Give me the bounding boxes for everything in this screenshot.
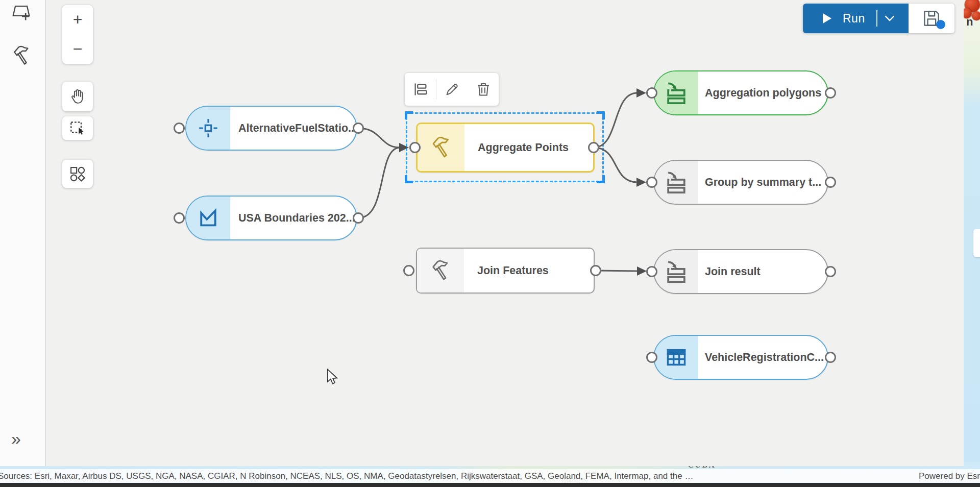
sidebar-expand-button[interactable]: » <box>11 429 19 449</box>
node-icon-section <box>654 250 698 293</box>
node-context-toolbar <box>405 73 499 106</box>
tools-hammer-icon[interactable] <box>10 44 33 69</box>
chevron-down-icon <box>885 15 895 21</box>
port-in[interactable] <box>174 123 185 134</box>
node-vehicle-registration[interactable]: VehicleRegistrationC... <box>653 335 828 380</box>
port-in[interactable] <box>646 87 657 99</box>
node-label: Join result <box>698 250 827 293</box>
port-in[interactable] <box>409 142 421 153</box>
run-button-label: Run <box>843 12 865 26</box>
tool-hammer-icon <box>429 135 453 160</box>
report-outline-icon <box>413 82 428 97</box>
table-icon <box>665 346 688 369</box>
node-label: Group by summary t... <box>698 161 827 204</box>
tool-hammer-icon <box>429 259 452 282</box>
map-label-fragment: n <box>966 15 973 29</box>
pan-tool-card <box>62 82 93 111</box>
node-alt-fuel-stations[interactable]: AlternativeFuelStatio... <box>185 106 357 151</box>
port-out[interactable] <box>590 265 601 276</box>
pencil-edit-icon <box>445 82 460 97</box>
edit-button[interactable] <box>436 73 468 106</box>
result-layer-icon <box>665 260 688 283</box>
element-shapes-icon[interactable] <box>62 160 93 188</box>
node-icon-section <box>418 124 464 171</box>
result-layer-icon <box>665 81 688 105</box>
port-out[interactable] <box>588 142 599 153</box>
pan-hand-icon[interactable] <box>62 82 93 111</box>
marquee-select-icon[interactable] <box>62 116 93 140</box>
node-label: USA Boundaries 202... <box>230 197 356 239</box>
point-layer-icon <box>197 116 220 140</box>
attribution-sources: Sources: Esri, Maxar, Airbus DS, USGS, N… <box>0 469 693 483</box>
unsaved-changes-badge <box>936 20 945 29</box>
node-icon-section <box>186 197 230 239</box>
port-in[interactable] <box>646 177 657 188</box>
node-usa-boundaries[interactable]: USA Boundaries 202... <box>185 196 357 240</box>
port-in[interactable] <box>646 266 657 277</box>
run-options-caret[interactable] <box>885 15 895 21</box>
map-widget-fragment <box>973 229 980 257</box>
port-out[interactable] <box>825 352 836 363</box>
selection-corner <box>405 111 413 119</box>
run-divider <box>876 10 877 27</box>
node-aggregate-points[interactable]: Aggregate Points <box>416 123 595 173</box>
zoom-control: + − <box>62 5 93 64</box>
play-icon <box>821 12 832 25</box>
selection-corner <box>597 175 605 183</box>
node-icon-section <box>186 107 230 150</box>
trash-delete-icon <box>476 82 491 97</box>
result-layer-icon <box>665 171 688 194</box>
open-report-button[interactable] <box>405 73 436 106</box>
port-in[interactable] <box>403 265 414 276</box>
port-out[interactable] <box>353 123 364 134</box>
node-icon-section <box>417 249 464 293</box>
model-canvas[interactable] <box>46 0 964 466</box>
app-sidebar: » <box>0 0 45 466</box>
attribution-powered: Powered by Esri <box>919 469 980 483</box>
node-label: AlternativeFuelStatio... <box>230 107 356 150</box>
delete-button[interactable] <box>468 73 499 106</box>
port-in[interactable] <box>174 212 185 224</box>
node-join-result[interactable]: Join result <box>653 249 828 294</box>
run-button[interactable]: Run <box>803 4 909 33</box>
add-model-icon[interactable] <box>10 3 34 28</box>
map-attribution-bar: Sources: Esri, Maxar, Airbus DS, USGS, N… <box>0 469 980 483</box>
elements-tool-card <box>62 160 93 188</box>
select-tool-card <box>62 116 93 140</box>
node-label: Join Features <box>464 249 594 293</box>
node-aggregation-polygons[interactable]: Aggregation polygons <box>653 70 828 115</box>
port-out[interactable] <box>825 87 836 99</box>
port-in[interactable] <box>646 352 657 363</box>
polygon-layer-icon <box>197 207 219 229</box>
node-label: Aggregate Points <box>464 124 593 171</box>
port-out[interactable] <box>825 266 836 277</box>
port-out[interactable] <box>353 212 364 224</box>
port-out[interactable] <box>825 177 836 188</box>
zoom-out-button[interactable]: − <box>62 35 93 64</box>
node-label: VehicleRegistrationC... <box>698 336 827 379</box>
node-icon-section <box>654 71 698 114</box>
selection-corner <box>405 175 413 183</box>
save-button[interactable] <box>909 4 954 33</box>
zoom-in-button[interactable]: + <box>62 5 93 35</box>
run-control-group: Run <box>803 4 954 33</box>
model-builder-app: n Mérida CUBA » + − <box>0 0 980 487</box>
node-icon-section <box>654 336 698 379</box>
node-icon-section <box>654 161 698 204</box>
selection-corner <box>597 111 605 119</box>
node-group-by-summary[interactable]: Group by summary t... <box>653 160 828 205</box>
node-join-features[interactable]: Join Features <box>416 248 595 294</box>
bottom-bar <box>0 483 980 487</box>
node-label: Aggregation polygons <box>698 71 827 114</box>
